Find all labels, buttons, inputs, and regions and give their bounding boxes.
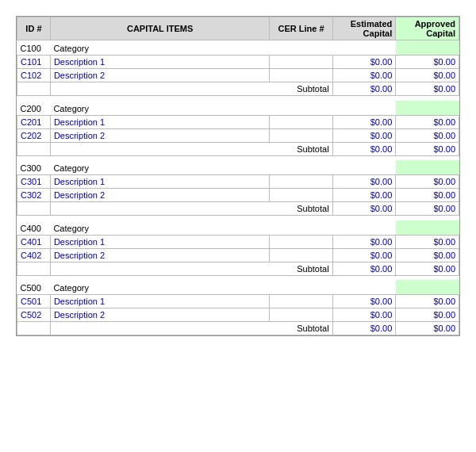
item-row: C101 Description 1 $0.00 $0.00 — [17, 56, 459, 69]
item-id: C301 — [17, 175, 51, 189]
item-id: C102 — [17, 69, 51, 82]
item-approved: $0.00 — [396, 235, 459, 248]
category-approved-empty — [396, 160, 459, 175]
item-cer — [270, 128, 332, 142]
category-row: C200 Category — [17, 101, 459, 116]
item-approved: $0.00 — [396, 189, 459, 202]
item-est: $0.00 — [332, 235, 396, 248]
category-est-empty — [332, 280, 396, 295]
item-cer — [270, 235, 332, 248]
subtotal-est: $0.00 — [332, 322, 396, 335]
category-approved-empty — [396, 280, 459, 295]
subtotal-id-empty — [17, 82, 51, 96]
item-row: C402 Description 2 $0.00 $0.00 — [17, 248, 459, 262]
item-id: C402 — [17, 248, 51, 262]
subtotal-est: $0.00 — [332, 202, 396, 216]
subtotal-id-empty — [17, 322, 51, 335]
item-row: C302 Description 2 $0.00 $0.00 — [17, 189, 459, 202]
header-approved-capital: Approved Capital — [396, 17, 459, 40]
category-label: Category — [50, 101, 332, 116]
subtotal-row: Subtotal $0.00 $0.00 — [17, 322, 459, 335]
item-desc: Description 2 — [50, 248, 269, 262]
item-row: C501 Description 1 $0.00 $0.00 — [17, 295, 459, 308]
item-approved: $0.00 — [396, 175, 459, 189]
item-id: C101 — [17, 56, 51, 69]
item-desc: Description 2 — [50, 189, 269, 202]
category-row: C400 Category — [17, 220, 459, 236]
subtotal-id-empty — [17, 262, 51, 275]
category-est-empty — [332, 101, 396, 116]
item-desc: Description 1 — [50, 56, 269, 69]
subtotal-est: $0.00 — [332, 142, 396, 155]
item-est: $0.00 — [332, 308, 396, 322]
item-est: $0.00 — [332, 69, 396, 82]
item-id: C401 — [17, 235, 51, 248]
item-desc: Description 1 — [50, 115, 269, 128]
item-approved: $0.00 — [396, 308, 459, 322]
item-id: C502 — [17, 308, 51, 322]
category-row: C100 Category — [17, 40, 459, 56]
category-label: Category — [50, 40, 332, 56]
item-desc: Description 2 — [50, 308, 269, 322]
item-id: C302 — [17, 189, 51, 202]
subtotal-row: Subtotal $0.00 $0.00 — [17, 142, 459, 155]
category-id: C100 — [17, 40, 51, 56]
subtotal-label: Subtotal — [50, 82, 332, 96]
subtotal-label: Subtotal — [50, 202, 332, 216]
item-est: $0.00 — [332, 115, 396, 128]
category-row: C500 Category — [17, 280, 459, 295]
item-desc: Description 1 — [50, 235, 269, 248]
item-row: C202 Description 2 $0.00 $0.00 — [17, 128, 459, 142]
item-approved: $0.00 — [396, 295, 459, 308]
item-cer — [270, 248, 332, 262]
header-items: CAPITAL ITEMS — [50, 17, 269, 40]
header-id: ID # — [17, 17, 51, 40]
item-est: $0.00 — [332, 175, 396, 189]
category-id: C300 — [17, 160, 51, 175]
category-row: C300 Category — [17, 160, 459, 175]
item-est: $0.00 — [332, 295, 396, 308]
item-cer — [270, 115, 332, 128]
subtotal-id-empty — [17, 142, 51, 155]
item-approved: $0.00 — [396, 115, 459, 128]
item-desc: Description 2 — [50, 128, 269, 142]
subtotal-est: $0.00 — [332, 82, 396, 96]
category-label: Category — [50, 160, 332, 175]
item-cer — [270, 56, 332, 69]
item-approved: $0.00 — [396, 56, 459, 69]
subtotal-label: Subtotal — [50, 142, 332, 155]
item-id: C201 — [17, 115, 51, 128]
header-cer: CER Line # — [270, 17, 332, 40]
item-est: $0.00 — [332, 248, 396, 262]
subtotal-est: $0.00 — [332, 262, 396, 275]
item-cer — [270, 69, 332, 82]
subtotal-row: Subtotal $0.00 $0.00 — [17, 82, 459, 96]
item-approved: $0.00 — [396, 69, 459, 82]
category-approved-empty — [396, 40, 459, 56]
item-cer — [270, 175, 332, 189]
subtotal-label: Subtotal — [50, 322, 332, 335]
item-cer — [270, 295, 332, 308]
item-row: C102 Description 2 $0.00 $0.00 — [17, 69, 459, 82]
item-est: $0.00 — [332, 128, 396, 142]
category-id: C500 — [17, 280, 51, 295]
item-row: C201 Description 1 $0.00 $0.00 — [17, 115, 459, 128]
subtotal-row: Subtotal $0.00 $0.00 — [17, 202, 459, 216]
subtotal-approved: $0.00 — [396, 82, 459, 96]
item-approved: $0.00 — [396, 248, 459, 262]
item-desc: Description 1 — [50, 295, 269, 308]
item-desc: Description 2 — [50, 69, 269, 82]
item-desc: Description 1 — [50, 175, 269, 189]
subtotal-approved: $0.00 — [396, 262, 459, 275]
category-est-empty — [332, 40, 396, 56]
item-row: C301 Description 1 $0.00 $0.00 — [17, 175, 459, 189]
item-est: $0.00 — [332, 189, 396, 202]
category-id: C400 — [17, 220, 51, 236]
header-est-capital: Estimated Capital — [332, 17, 396, 40]
category-approved-empty — [396, 220, 459, 236]
subtotal-id-empty — [17, 202, 51, 216]
subtotal-approved: $0.00 — [396, 202, 459, 216]
category-label: Category — [50, 220, 332, 236]
category-label: Category — [50, 280, 332, 295]
item-id: C501 — [17, 295, 51, 308]
